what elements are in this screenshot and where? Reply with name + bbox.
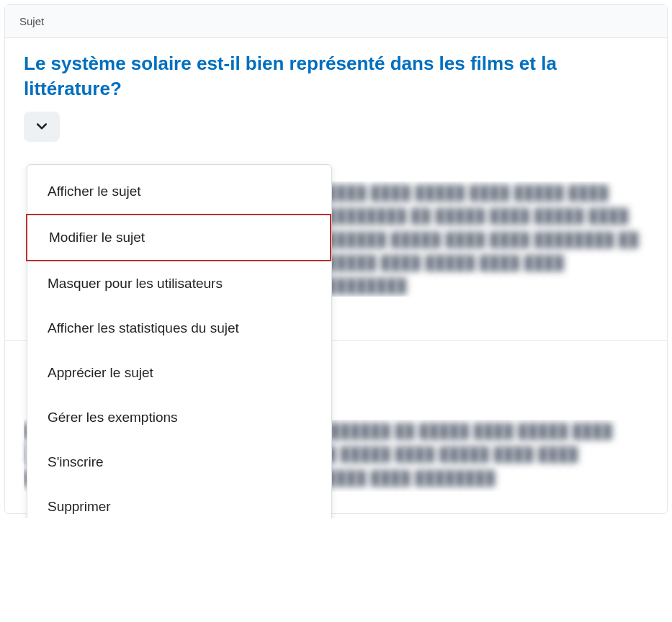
menu-item-hide-for-users[interactable]: Masquer pour les utilisateurs (27, 261, 331, 306)
menu-item-rate-topic[interactable]: Apprécier le sujet (27, 351, 331, 395)
panel-body: Le système solaire est-il bien représent… (5, 38, 667, 513)
menu-item-manage-exemptions[interactable]: Gérer les exemptions (27, 395, 331, 440)
menu-item-view-stats[interactable]: Afficher les statistiques du sujet (27, 306, 331, 351)
topic-actions-toggle[interactable] (24, 112, 60, 142)
topic-panel: Sujet Le système solaire est-il bien rep… (4, 4, 668, 514)
topic-title-link[interactable]: Le système solaire est-il bien représent… (24, 51, 648, 102)
panel-header-label: Sujet (5, 5, 667, 38)
menu-item-delete[interactable]: Supprimer (27, 484, 331, 518)
topic-actions-menu: Afficher le sujet Modifier le sujet Masq… (27, 164, 332, 518)
menu-item-view-topic[interactable]: Afficher le sujet (27, 169, 331, 214)
menu-item-subscribe[interactable]: S'inscrire (27, 440, 331, 484)
blurred-content-1: ████ ████ █████ ████ █████ ████ ████████… (326, 181, 648, 297)
chevron-down-icon (35, 119, 49, 135)
menu-item-edit-topic[interactable]: Modifier le sujet (26, 214, 331, 261)
